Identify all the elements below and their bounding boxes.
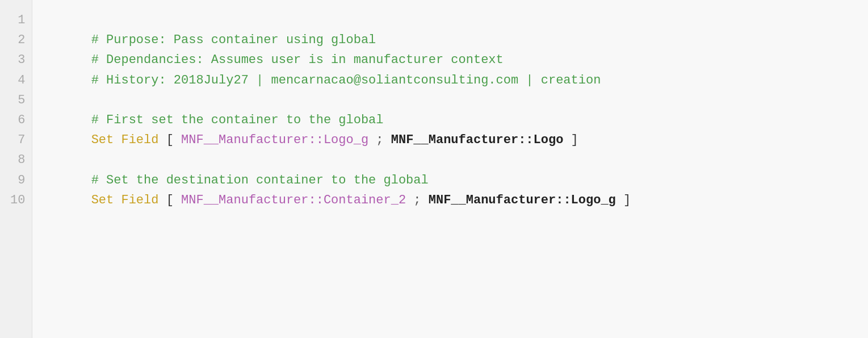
line-number-1: 1 (10, 10, 25, 30)
line-number-10: 10 (10, 190, 25, 210)
code-editor: 1 2 3 4 5 6 7 8 9 10 # Purpose: Pass con… (0, 0, 868, 338)
keyword-set-field-6: Set Field (91, 133, 159, 147)
bracket-open-6: [ (158, 133, 181, 147)
code-line-8: # Set the destination container to the g… (46, 150, 854, 170)
semicolon-9: ; (406, 193, 429, 207)
keyword-set-field-9: Set Field (91, 193, 159, 207)
comment-line-1: # Purpose: Pass container using global (91, 33, 376, 47)
bracket-open-9: [ (158, 193, 181, 207)
code-content[interactable]: # Purpose: Pass container using global #… (32, 0, 868, 338)
line-number-7: 7 (10, 130, 25, 150)
field-logo-g: MNF__Manufacturer::Logo_g (181, 133, 368, 147)
line-number-2: 2 (10, 30, 25, 50)
line-number-3: 3 (10, 50, 25, 70)
field-logo-g-2: MNF__Manufacturer::Logo_g (429, 193, 616, 207)
line-number-4: 4 (10, 70, 25, 90)
field-container-2: MNF__Manufacturer::Container_2 (181, 193, 406, 207)
code-line-5: # First set the container to the global (46, 90, 854, 110)
bracket-close-6: ] (563, 133, 578, 147)
comment-line-5: # First set the container to the global (91, 113, 384, 127)
comment-line-2: # Dependancies: Assumes user is in manuf… (91, 53, 504, 67)
line-number-6: 6 (10, 110, 25, 130)
bracket-close-9: ] (616, 193, 631, 207)
field-logo: MNF__Manufacturer::Logo (391, 133, 564, 147)
comment-line-8: # Set the destination container to the g… (91, 173, 429, 187)
line-number-5: 5 (10, 90, 25, 110)
line-number-9: 9 (10, 170, 25, 190)
line-number-8: 8 (10, 150, 25, 170)
comment-line-3: # History: 2018July27 | mencarnacao@soli… (91, 73, 601, 87)
semicolon-6: ; (368, 133, 391, 147)
code-line-1: # Purpose: Pass container using global (46, 10, 854, 30)
line-numbers: 1 2 3 4 5 6 7 8 9 10 (0, 0, 32, 338)
